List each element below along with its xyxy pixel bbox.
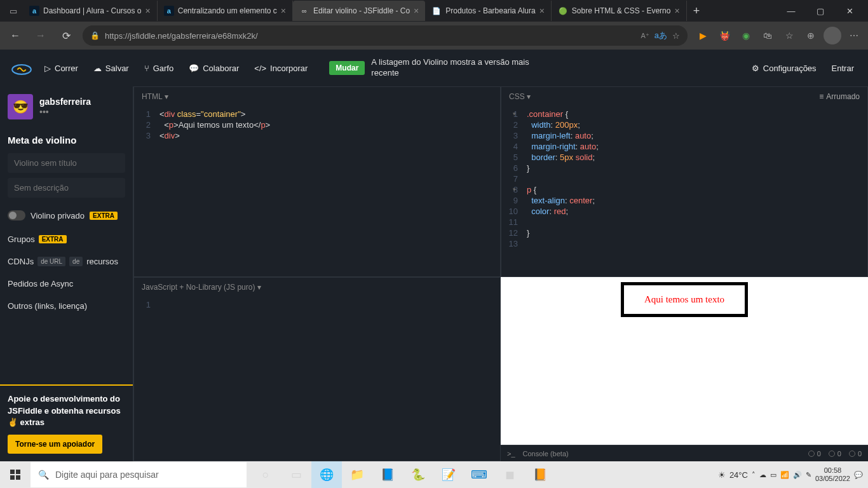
- tray-up-icon[interactable]: ˄: [752, 471, 756, 479]
- embed-button[interactable]: </>Incorporar: [248, 60, 314, 77]
- url-input[interactable]: 🔒 https://jsfiddle.net/gabsferreira/e68m…: [83, 25, 688, 46]
- code-line[interactable]: 1.container {: [501, 109, 867, 119]
- minimize-button[interactable]: —: [776, 1, 806, 21]
- code-line[interactable]: 2 width: 200px;: [501, 119, 867, 130]
- tidy-button[interactable]: ≡Arrumado: [819, 92, 860, 101]
- weather-widget[interactable]: ☀24°C: [718, 470, 748, 480]
- async-item[interactable]: Pedidos de Async: [0, 273, 133, 295]
- collaborate-button[interactable]: 💬Colaborar: [182, 60, 245, 77]
- jsfiddle-logo[interactable]: [8, 58, 36, 78]
- signin-button[interactable]: Entrar: [825, 60, 860, 77]
- menu-icon[interactable]: ⋯: [844, 25, 864, 46]
- profile-avatar[interactable]: [822, 25, 843, 46]
- banner-switch-button[interactable]: Mudar: [329, 61, 365, 75]
- close-tab-icon[interactable]: ×: [281, 6, 286, 16]
- app2-icon[interactable]: 🐍: [403, 461, 433, 488]
- fiddle-desc-input[interactable]: [8, 178, 125, 198]
- close-tab-icon[interactable]: ×: [146, 6, 151, 16]
- user-menu-icon[interactable]: •••: [39, 107, 91, 117]
- maximize-button[interactable]: ▢: [806, 1, 835, 21]
- reader-icon[interactable]: A⁺: [641, 32, 649, 40]
- cdnjs-item[interactable]: CDNJs de URL de recursos: [0, 250, 133, 273]
- groups-item[interactable]: Grupos EXTRA: [0, 228, 133, 250]
- fork-button[interactable]: ⑂Garfo: [138, 60, 180, 77]
- svg-rect-3: [10, 475, 15, 480]
- code-line[interactable]: 7: [501, 173, 867, 184]
- browser-tab[interactable]: aDashboard | Alura - Cursos o×: [23, 1, 158, 21]
- collections-icon[interactable]: ⊕: [801, 25, 821, 46]
- code-line[interactable]: 1<div class="container">: [134, 109, 500, 119]
- translate-icon[interactable]: aあ: [654, 30, 667, 41]
- html-pane-header[interactable]: HTML ▾: [134, 87, 500, 106]
- code-line[interactable]: 4 margin-right: auto;: [501, 141, 867, 152]
- code-line[interactable]: 3<div>: [134, 130, 500, 141]
- app3-icon[interactable]: 📝: [433, 461, 464, 488]
- code-line[interactable]: 6}: [501, 163, 867, 173]
- console-bar[interactable]: >_ Console (beta) 0 0 0: [501, 445, 868, 461]
- app1-icon[interactable]: 📘: [372, 461, 403, 488]
- save-button[interactable]: ☁Salvar: [87, 60, 135, 77]
- edge-icon[interactable]: 🌐: [311, 461, 342, 488]
- taskbar-search[interactable]: 🔍 Digite aqui para pesquisar: [31, 462, 247, 487]
- ext2-icon[interactable]: 👹: [714, 25, 735, 46]
- onedrive-icon[interactable]: ☁: [759, 471, 766, 479]
- close-tab-icon[interactable]: ×: [674, 6, 679, 16]
- close-tab-icon[interactable]: ×: [539, 6, 545, 16]
- browser-tab[interactable]: 📄Produtos - Barbearia Alura×: [425, 1, 552, 21]
- code-line[interactable]: 12}: [501, 227, 867, 238]
- browser-tab[interactable]: ∞Editar violino - JSFiddle - Co×: [293, 1, 425, 21]
- lock-icon: 🔒: [90, 31, 100, 40]
- close-tab-icon[interactable]: ×: [414, 6, 419, 16]
- ext3-icon[interactable]: ◉: [736, 25, 756, 46]
- others-item[interactable]: Outros (links, licença): [0, 295, 133, 317]
- ext1-icon[interactable]: ▶: [693, 25, 713, 46]
- code-line[interactable]: 13: [501, 238, 867, 249]
- css-editor[interactable]: 1.container {2 width: 200px;3 margin-lef…: [501, 106, 867, 276]
- code-line[interactable]: 1: [134, 299, 500, 310]
- code-line[interactable]: 3 margin-left: auto;: [501, 130, 867, 141]
- pen-icon[interactable]: ✎: [806, 471, 811, 479]
- browser-tab[interactable]: 🟢Sobre HTML & CSS - Everno×: [552, 1, 687, 21]
- vscode-icon[interactable]: ⌨: [464, 461, 494, 488]
- wifi-icon[interactable]: 📶: [780, 471, 789, 479]
- result-iframe[interactable]: Aqui temos um texto: [501, 277, 868, 445]
- close-window-button[interactable]: ✕: [835, 1, 864, 21]
- volume-icon[interactable]: 🔊: [793, 471, 802, 479]
- settings-button[interactable]: ⚙Configurações: [745, 60, 823, 77]
- favorite-icon[interactable]: ☆: [672, 31, 680, 41]
- code-line[interactable]: 2 <p>Aqui temos um texto</p>: [134, 119, 500, 130]
- sublime-icon[interactable]: 📙: [525, 461, 555, 488]
- refresh-button[interactable]: ⟳: [55, 24, 78, 47]
- run-button[interactable]: ▷Correr: [38, 60, 85, 77]
- css-pane-header[interactable]: CSS ▾ ≡Arrumado: [501, 87, 867, 106]
- user-box[interactable]: 😎 gabsferreira •••: [0, 86, 133, 127]
- js-pane-header[interactable]: JavaScript + No-Library (JS puro) ▾: [134, 278, 500, 297]
- line-number: 10: [501, 206, 527, 217]
- clock[interactable]: 00:58 03/05/2022: [815, 466, 850, 483]
- forward-button[interactable]: →: [29, 24, 52, 47]
- taskview-icon[interactable]: ▭: [281, 461, 311, 488]
- favorites-icon[interactable]: ☆: [779, 25, 799, 46]
- meet-icon[interactable]: ▭: [770, 471, 776, 479]
- notifications-icon[interactable]: 💬: [854, 471, 863, 479]
- back-button[interactable]: ←: [4, 24, 27, 47]
- code-line[interactable]: 5 border: 5px solid;: [501, 152, 867, 163]
- promo-button[interactable]: Torne-se um apoiador: [8, 435, 102, 454]
- code-line[interactable]: 9 text-align: center;: [501, 195, 867, 206]
- username: gabsferreira: [39, 97, 91, 107]
- browser-tab[interactable]: aCentralizando um elemento c×: [158, 1, 293, 21]
- tab-overview-icon[interactable]: ▭: [4, 1, 23, 20]
- code-line[interactable]: 11: [501, 217, 867, 227]
- code-line[interactable]: 10 color: red;: [501, 206, 867, 217]
- explorer-icon[interactable]: 📁: [342, 461, 372, 488]
- code-line[interactable]: 8p {: [501, 184, 867, 195]
- cortana-icon[interactable]: ○: [250, 461, 281, 488]
- ext4-icon[interactable]: 🛍: [757, 25, 778, 46]
- fiddle-title-input[interactable]: [8, 153, 125, 173]
- intellij-icon[interactable]: ◼: [494, 461, 525, 488]
- private-toggle[interactable]: [8, 210, 25, 220]
- new-tab-button[interactable]: +: [687, 4, 707, 18]
- start-button[interactable]: [0, 461, 31, 488]
- html-editor[interactable]: 1<div class="container">2 <p>Aqui temos …: [134, 106, 500, 276]
- js-editor[interactable]: 1: [134, 297, 500, 461]
